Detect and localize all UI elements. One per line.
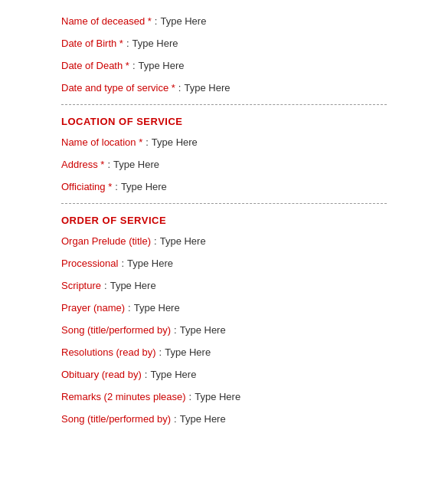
name-of-location-value[interactable]: Type Here <box>152 136 198 148</box>
divider-2 <box>61 203 387 204</box>
organ-prelude-value[interactable]: Type Here <box>160 235 206 247</box>
address-label: Address * <box>61 159 104 170</box>
song1-value[interactable]: Type Here <box>180 324 226 336</box>
date-of-death-value[interactable]: Type Here <box>139 60 185 71</box>
address-value[interactable]: Type Here <box>113 159 159 170</box>
address-row: Address * : Type Here <box>61 159 387 170</box>
date-type-service-row: Date and type of service * : Type Here <box>61 82 387 94</box>
song2-value[interactable]: Type Here <box>180 413 226 425</box>
name-of-location-sep: : <box>146 136 149 148</box>
divider-1 <box>61 104 387 105</box>
prayer-sep: : <box>128 302 131 314</box>
name-of-deceased-value[interactable]: Type Here <box>160 15 206 27</box>
name-of-location-label: Name of location * <box>61 136 142 148</box>
prayer-row: Prayer (name) : Type Here <box>61 302 387 314</box>
prayer-label: Prayer (name) <box>61 302 125 314</box>
scripture-row: Scripture : Type Here <box>61 280 387 291</box>
location-section-title: LOCATION OF SERVICE <box>61 116 387 127</box>
resolutions-sep: : <box>159 346 162 358</box>
address-sep: : <box>107 159 110 170</box>
name-of-deceased-sep: : <box>155 15 158 27</box>
date-of-birth-row: Date of Birth * : Type Here <box>61 38 387 49</box>
organ-prelude-label: Organ Prelude (title) <box>61 235 151 247</box>
scripture-sep: : <box>104 280 107 291</box>
processional-row: Processional : Type Here <box>61 258 387 269</box>
officiating-label: Officiating * <box>61 181 112 192</box>
obituary-sep: : <box>145 369 148 380</box>
resolutions-row: Resolutions (read by) : Type Here <box>61 346 387 358</box>
song1-label: Song (title/performed by) <box>61 324 171 336</box>
scripture-label: Scripture <box>61 280 101 291</box>
obituary-label: Obituary (read by) <box>61 369 142 380</box>
name-of-deceased-row: Name of deceased * : Type Here <box>61 15 387 27</box>
name-of-deceased-label: Name of deceased * <box>61 15 152 27</box>
scripture-value[interactable]: Type Here <box>110 280 156 291</box>
song2-row: Song (title/performed by) : Type Here <box>61 413 387 425</box>
obituary-value[interactable]: Type Here <box>150 369 196 380</box>
obituary-row: Obituary (read by) : Type Here <box>61 369 387 380</box>
date-of-birth-sep: : <box>126 38 129 49</box>
name-of-location-row: Name of location * : Type Here <box>61 136 387 148</box>
officiating-sep: : <box>115 181 118 192</box>
officiating-value[interactable]: Type Here <box>121 181 167 192</box>
date-of-death-sep: : <box>132 60 136 71</box>
processional-label: Processional <box>61 258 118 269</box>
song1-row: Song (title/performed by) : Type Here <box>61 324 387 336</box>
resolutions-label: Resolutions (read by) <box>61 346 156 358</box>
date-type-service-sep: : <box>178 82 181 94</box>
prayer-value[interactable]: Type Here <box>134 302 180 314</box>
processional-value[interactable]: Type Here <box>127 258 173 269</box>
remarks-sep: : <box>189 391 192 402</box>
song2-label: Song (title/performed by) <box>61 413 171 425</box>
song1-sep: : <box>174 324 177 336</box>
song2-sep: : <box>174 413 177 425</box>
date-of-death-row: Date of Death * : Type Here <box>61 60 387 71</box>
remarks-row: Remarks (2 minutes please) : Type Here <box>61 391 387 402</box>
organ-prelude-row: Organ Prelude (title) : Type Here <box>61 235 387 247</box>
resolutions-value[interactable]: Type Here <box>165 346 211 358</box>
processional-sep: : <box>121 258 124 269</box>
date-of-birth-label: Date of Birth * <box>61 38 123 49</box>
remarks-label: Remarks (2 minutes please) <box>61 391 186 402</box>
date-type-service-label: Date and type of service * <box>61 82 175 94</box>
order-section-title: ORDER OF SERVICE <box>61 215 387 226</box>
date-type-service-value[interactable]: Type Here <box>184 82 230 94</box>
organ-prelude-sep: : <box>154 235 157 247</box>
officiating-row: Officiating * : Type Here <box>61 181 387 192</box>
remarks-value[interactable]: Type Here <box>195 391 240 402</box>
date-of-birth-value[interactable]: Type Here <box>132 38 178 49</box>
date-of-death-label: Date of Death * <box>61 60 129 71</box>
